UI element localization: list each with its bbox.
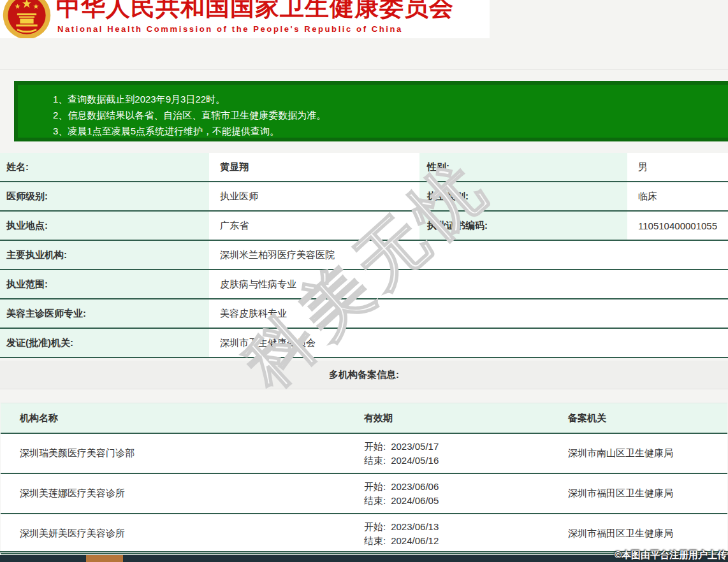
section-title: 多机构备案信息:	[329, 369, 399, 381]
field-value-cosmetic-specialty: 美容皮肤科专业	[210, 299, 728, 328]
start-date: 2023/05/17	[391, 441, 439, 452]
field-label-practice-scope: 执业范围:	[0, 270, 210, 298]
notice-line-2: 2、信息数据结果以各省、自治区、直辖市卫生健康委数据为准。	[53, 107, 728, 123]
multi-institution-section-band: 多机构备案信息:	[0, 361, 728, 389]
field-value-main-institution: 深圳米兰柏羽医疗美容医院	[210, 241, 728, 269]
table-row: 医师级别: 执业医师 执业类别: 临床	[0, 182, 728, 212]
field-value-gender: 男	[629, 153, 728, 181]
image-credit-watermark: ©本图由平台注册用户上传	[615, 549, 727, 561]
field-label-doctor-level: 医师级别:	[0, 182, 210, 210]
field-label-issuing-authority: 发证(批准)机关:	[0, 329, 210, 357]
validity-period: 开始:2023/06/13 结束:2024/06/12	[345, 520, 552, 548]
field-label-main-institution: 主要执业机构:	[0, 241, 210, 269]
notice-box: 1、查询数据截止到2023年9月3日22时。 2、信息数据结果以各省、自治区、直…	[14, 81, 728, 141]
institution-name: 深圳瑞美颜医疗美容门诊部	[1, 447, 345, 459]
header-divider	[0, 69, 728, 69]
start-label: 开始:	[364, 521, 386, 532]
table-row: 深圳美妍美医疗美容诊所 开始:2023/06/13 结束:2024/06/12 …	[1, 514, 727, 554]
bottom-bar-orange-segment	[86, 555, 123, 562]
column-header-validity: 有效期	[345, 412, 552, 424]
site-header: 中华人民共和国国家卫生健康委员会 National Health Commiss…	[0, 0, 490, 38]
column-header-institution-name: 机构名称	[1, 412, 345, 424]
notice-line-1: 1、查询数据截止到2023年9月3日22时。	[53, 91, 728, 107]
start-date: 2023/06/06	[391, 481, 439, 492]
page: 中华人民共和国国家卫生健康委员会 National Health Commiss…	[0, 0, 728, 562]
field-label-practice-location: 执业地点:	[0, 212, 210, 240]
institution-name: 深圳美妍美医疗美容诊所	[1, 528, 345, 540]
field-label-gender: 性别:	[419, 153, 629, 181]
table-row: 发证(批准)机关: 深圳市卫生健康委员会	[0, 329, 728, 358]
table-row: 执业范围: 皮肤病与性病专业	[0, 270, 728, 299]
institution-name: 深圳美莲娜医疗美容诊所	[1, 487, 345, 500]
end-label: 结束:	[364, 455, 386, 466]
site-title-chinese: 中华人民共和国国家卫生健康委员会	[56, 0, 454, 20]
field-value-issuing-authority: 深圳市卫生健康委员会	[210, 329, 728, 357]
table-row: 姓名: 黄显翔 性别: 男	[0, 153, 728, 182]
field-label-name: 姓名:	[0, 153, 210, 181]
filing-authority: 深圳市福田区卫生健康局	[552, 487, 727, 500]
table-row: 执业地点: 广东省 执业证书编码: 110510400001055	[0, 212, 728, 241]
filing-authority: 深圳市福田区卫生健康局	[552, 528, 727, 540]
end-date: 2024/06/12	[391, 535, 439, 546]
start-date: 2023/06/13	[391, 521, 439, 532]
field-label-certificate-number: 执业证书编码:	[419, 212, 629, 240]
validity-period: 开始:2023/06/06 结束:2024/06/05	[345, 480, 552, 508]
table-row: 美容主诊医师专业: 美容皮肤科专业	[0, 299, 728, 329]
end-label: 结束:	[364, 495, 386, 506]
table-row: 深圳美莲娜医疗美容诊所 开始:2023/06/06 结束:2024/06/05 …	[1, 474, 727, 514]
field-value-practice-category: 临床	[629, 182, 728, 210]
start-label: 开始:	[364, 441, 386, 452]
field-value-doctor-level: 执业医师	[210, 182, 419, 210]
field-label-cosmetic-specialty: 美容主诊医师专业:	[0, 299, 210, 328]
institution-filing-table: 机构名称 有效期 备案机关 深圳瑞美颜医疗美容门诊部 开始:2023/05/17…	[1, 403, 727, 554]
table-row: 主要执业机构: 深圳米兰柏羽医疗美容医院	[0, 241, 728, 270]
end-label: 结束:	[364, 535, 386, 546]
field-value-practice-scope: 皮肤病与性病专业	[210, 270, 728, 298]
field-value-practice-location: 广东省	[210, 212, 419, 240]
national-emblem-icon	[3, 0, 51, 38]
notice-line-3: 3、凌晨1点至凌晨5点系统进行维护，不能提供查询。	[53, 123, 728, 139]
end-date: 2024/05/16	[391, 455, 439, 466]
field-value-name: 黄显翔	[210, 153, 419, 181]
start-label: 开始:	[364, 481, 386, 492]
table-header-row: 机构名称 有效期 备案机关	[1, 403, 727, 434]
validity-period: 开始:2023/05/17 结束:2024/05/16	[345, 440, 552, 468]
field-value-certificate-number: 110510400001055	[629, 212, 728, 240]
field-label-practice-category: 执业类别:	[419, 182, 629, 210]
site-title-english: National Health Commission of the People…	[57, 24, 403, 34]
table-row: 深圳瑞美颜医疗美容门诊部 开始:2023/05/17 结束:2024/05/16…	[1, 434, 727, 474]
column-header-filing-authority: 备案机关	[552, 412, 727, 424]
filing-authority: 深圳市南山区卫生健康局	[552, 447, 727, 459]
doctor-info-table: 姓名: 黄显翔 性别: 男 医师级别: 执业医师 执业类别: 临床 执业地点: …	[0, 153, 728, 358]
end-date: 2024/06/05	[391, 495, 439, 506]
